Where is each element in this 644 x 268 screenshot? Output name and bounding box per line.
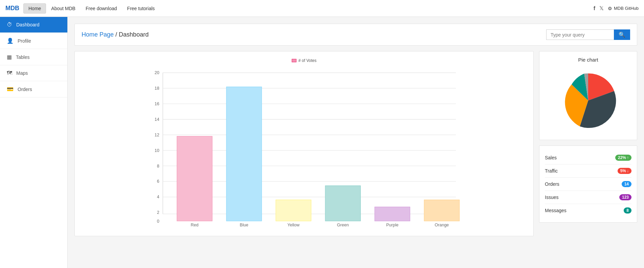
legend-color-box	[292, 59, 296, 62]
stat-label-orders: Orders	[545, 181, 559, 187]
sales-arrow: ↑	[627, 155, 629, 160]
chart-legend: # of Votes	[82, 58, 527, 63]
stats-list: Sales 22% ↑ Traffic	[545, 151, 631, 217]
pie-chart-card: Pie chart	[539, 51, 637, 140]
svg-text:20: 20	[155, 70, 159, 75]
breadcrumb-current: Dashboard	[119, 31, 149, 38]
svg-text:6: 6	[157, 179, 159, 184]
stat-row-orders: Orders 14	[545, 178, 631, 191]
sidebar-item-profile-label: Profile	[18, 38, 31, 44]
bar-chart-card: # of Votes 20	[74, 51, 534, 236]
layout: ⏱ Dashboard 👤 Profile ▦ Tables 🗺 Maps 💳 …	[0, 17, 644, 268]
stat-label-issues: Issues	[545, 195, 558, 200]
bar-yellow	[276, 200, 311, 221]
sidebar: ⏱ Dashboard 👤 Profile ▦ Tables 🗺 Maps 💳 …	[0, 17, 68, 268]
navbar: MDB Home About MDB Free download Free tu…	[0, 0, 644, 17]
sidebar-item-orders[interactable]: 💳 Orders	[0, 81, 67, 97]
nav-item-home[interactable]: Home	[23, 3, 46, 14]
page-header: Home Page / Dashboard 🔍	[74, 24, 637, 46]
navbar-right: f 𝕏 ⚙ MDB GitHub	[594, 5, 639, 12]
svg-text:0: 0	[157, 219, 159, 224]
search-bar: 🔍	[546, 29, 630, 40]
sidebar-item-maps[interactable]: 🗺 Maps	[0, 65, 67, 81]
pie-chart-title: Pie chart	[545, 57, 631, 63]
orders-badge: 14	[622, 181, 631, 187]
sidebar-item-dashboard[interactable]: ⏱ Dashboard	[0, 17, 67, 33]
svg-text:4: 4	[157, 195, 159, 199]
pie-chart-svg	[558, 70, 619, 131]
sidebar-item-profile[interactable]: 👤 Profile	[0, 33, 67, 49]
svg-text:Yellow: Yellow	[287, 223, 300, 227]
sidebar-item-tables[interactable]: ▦ Tables	[0, 49, 67, 65]
stat-row-sales: Sales 22% ↑	[545, 151, 631, 164]
traffic-badge-text: 5%	[620, 169, 626, 173]
right-panel: Pie chart	[539, 51, 637, 236]
search-input[interactable]	[546, 29, 614, 40]
bar-blue	[226, 87, 262, 221]
navbar-nav: Home About MDB Free download Free tutori…	[23, 3, 594, 14]
tables-icon: ▦	[7, 54, 12, 60]
stat-label-sales: Sales	[545, 155, 557, 160]
stat-label-messages: Messages	[545, 208, 567, 213]
sidebar-item-tables-label: Tables	[16, 54, 29, 60]
stat-badge-orders: 14	[622, 181, 631, 187]
pie-chart-container	[545, 67, 631, 134]
search-button[interactable]: 🔍	[614, 29, 630, 40]
nav-item-about[interactable]: About MDB	[46, 3, 81, 14]
svg-text:12: 12	[155, 133, 159, 137]
svg-text:16: 16	[155, 102, 159, 106]
breadcrumb: Home Page / Dashboard	[82, 31, 149, 38]
bar-purple	[375, 207, 410, 221]
main-content: Home Page / Dashboard 🔍 # of Votes	[68, 17, 644, 268]
stat-row-messages: Messages 8	[545, 204, 631, 217]
svg-text:Green: Green	[337, 223, 349, 227]
svg-text:8: 8	[157, 164, 159, 169]
sidebar-item-maps-label: Maps	[16, 70, 28, 76]
svg-text:Blue: Blue	[240, 223, 248, 227]
sidebar-item-dashboard-label: Dashboard	[16, 22, 40, 27]
issues-badge: 123	[619, 194, 631, 200]
facebook-icon[interactable]: f	[594, 5, 595, 12]
svg-text:10: 10	[155, 148, 159, 153]
stat-row-traffic: Traffic 5% ↓	[545, 164, 631, 178]
dashboard-icon: ⏱	[7, 22, 12, 28]
navbar-brand[interactable]: MDB	[5, 5, 19, 12]
stat-badge-traffic: 5% ↓	[618, 168, 631, 174]
stats-card: Sales 22% ↑ Traffic	[539, 146, 637, 223]
svg-text:2: 2	[157, 210, 159, 215]
github-link[interactable]: ⚙ MDB GitHub	[608, 6, 639, 11]
stat-badge-sales: 22% ↑	[615, 155, 631, 161]
bar-red	[177, 136, 212, 221]
maps-icon: 🗺	[7, 70, 12, 76]
github-icon: ⚙	[608, 6, 612, 11]
svg-text:Red: Red	[191, 223, 199, 227]
sidebar-item-orders-label: Orders	[18, 87, 32, 92]
svg-text:18: 18	[155, 86, 159, 91]
orders-badge-text: 14	[624, 182, 629, 186]
bar-orange	[424, 200, 459, 221]
github-label: MDB GitHub	[614, 6, 639, 11]
stat-row-issues: Issues 123	[545, 191, 631, 204]
nav-item-tutorials[interactable]: Free tutorials	[122, 3, 160, 14]
bar-chart-svg: 20 18 16 14 12 10 8 6 4 2 0 Red	[82, 66, 527, 228]
sales-badge-text: 22%	[618, 155, 626, 160]
stat-label-traffic: Traffic	[545, 168, 558, 174]
traffic-badge: 5% ↓	[618, 168, 631, 174]
sales-badge: 22% ↑	[615, 155, 631, 161]
issues-badge-text: 123	[622, 195, 629, 200]
svg-text:14: 14	[155, 117, 159, 122]
stat-badge-issues: 123	[619, 194, 631, 200]
nav-item-download[interactable]: Free download	[81, 3, 122, 14]
breadcrumb-home[interactable]: Home Page	[82, 31, 114, 38]
messages-badge: 8	[624, 207, 631, 214]
content-row: # of Votes 20	[74, 51, 637, 236]
svg-text:Orange: Orange	[435, 223, 449, 227]
orders-icon: 💳	[7, 86, 14, 92]
breadcrumb-separator: /	[115, 31, 119, 38]
stat-badge-messages: 8	[624, 207, 631, 214]
traffic-arrow: ↓	[627, 169, 629, 173]
svg-text:Purple: Purple	[386, 223, 398, 227]
messages-badge-text: 8	[626, 208, 629, 213]
legend-label: # of Votes	[298, 58, 316, 63]
twitter-icon[interactable]: 𝕏	[599, 5, 604, 12]
